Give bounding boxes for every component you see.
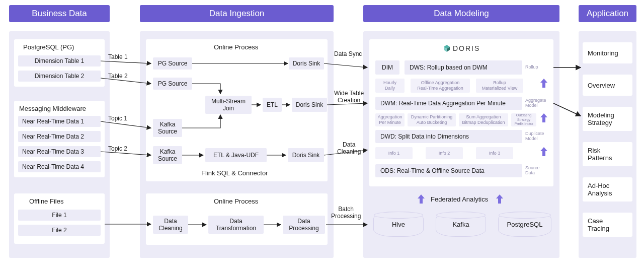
- ods-side: Source Data: [525, 165, 540, 176]
- pill-dwd: DWD: Split Data into Dimensions: [375, 130, 522, 143]
- pill-row1-b: Offline Aggregation Real-Time Aggregatio…: [411, 79, 470, 93]
- pill-nrt2: Near Real-Time Data 2: [18, 131, 101, 142]
- pill-row2-b: Dynamic Partitioning Auto Bucketing: [408, 113, 456, 126]
- pill-doris-sink-3: Doris Sink: [288, 148, 324, 162]
- federated-label: Federated Analytics: [431, 195, 488, 204]
- up-arrow-fed-left: [418, 194, 425, 204]
- cyl-postgres: PostgreSQL: [498, 212, 551, 237]
- cyl-hive-label: Hive: [392, 221, 405, 228]
- label-table2: Table 2: [108, 73, 128, 80]
- group-pg: PostgreSQL (PG) Dimension Table 1 Dimens…: [14, 39, 105, 87]
- offline-process-title: Online Process: [214, 197, 258, 205]
- pill-ods: ODS: Real-Time & Offline Source Data: [375, 164, 522, 177]
- label-table1: Table 1: [108, 53, 128, 60]
- label-data-sync: Data Sync: [334, 50, 362, 57]
- cyl-postgres-label: PostgreSQL: [507, 221, 543, 228]
- label-wide-table: Wide Table Creation: [334, 90, 364, 104]
- pill-etl: ETL: [263, 98, 282, 112]
- offline-title: Offline Files: [29, 197, 63, 205]
- label-batch-processing: Batch Processing: [331, 206, 361, 220]
- pill-doris-sink-1: Doris Sink: [289, 57, 324, 70]
- pill-dws: DWS: Rollup based on DWM: [405, 60, 522, 75]
- app-case-tracing: Case Tracing: [583, 213, 632, 237]
- up-arrow-3: [540, 147, 547, 156]
- header-business: Business Data: [9, 5, 110, 22]
- label-data-cleaning: Data Cleaning: [337, 141, 361, 156]
- group-mm: Messaging Middleware Near Real-Time Data…: [14, 101, 105, 177]
- pill-nrt4: Near Real-Time Data 4: [18, 161, 101, 172]
- pill-kafka-source-2: Kafka Source: [153, 146, 182, 164]
- dwd-side: Duplicate Model: [525, 131, 544, 142]
- pill-nrt1: Near Real-Time Data 1: [18, 116, 101, 127]
- header-modeling: Data Modeling: [363, 5, 559, 22]
- app-adhoc: Ad-Hoc Analysis: [583, 177, 632, 202]
- label-topic2: Topic 2: [108, 145, 127, 152]
- pill-doris-sink-2: Doris Sink: [292, 98, 327, 112]
- pill-row3-c: Info 3: [476, 147, 513, 159]
- doris-text: DORIS: [453, 44, 480, 52]
- pg-title: PostgreSQL (PG): [23, 43, 74, 51]
- doris-logo: DORIS: [443, 44, 480, 52]
- cyl-hive: Hive: [373, 212, 424, 237]
- flink-footer: Flink SQL & Connector: [201, 169, 268, 177]
- label-topic1: Topic 1: [108, 115, 127, 122]
- online-title: Online Process: [214, 43, 258, 51]
- cyl-kafka-label: Kafka: [452, 221, 469, 228]
- group-online-process: Online Process PG Source PG Source Kafka…: [146, 39, 328, 181]
- dws-side: Rollup: [525, 64, 538, 70]
- pill-row3-a: Info 1: [375, 147, 413, 159]
- mm-title: Messaging Middleware: [19, 105, 86, 112]
- pill-file2: File 2: [18, 225, 101, 236]
- pill-dim1: Dimension Table 1: [18, 55, 101, 66]
- pill-dim: DIM: [375, 60, 399, 75]
- up-arrow-2: [540, 113, 547, 122]
- pill-file1: File 1: [18, 210, 101, 221]
- pill-row1-c: Rollup Materialized View: [476, 79, 523, 93]
- app-monitoring: Monitoring: [583, 42, 632, 63]
- app-overview: Overview: [583, 75, 632, 96]
- pill-data-processing: Data Processing: [283, 216, 325, 234]
- pill-pg-source-1: PG Source: [153, 57, 192, 70]
- up-arrow-1: [540, 79, 547, 88]
- pill-multi-stream: Multi-Stream Join: [205, 96, 252, 114]
- pill-data-cleaning: Data Cleaning: [153, 216, 188, 234]
- pill-dwm: DWM: Real-Time Data Aggregation Per Minu…: [375, 97, 522, 110]
- group-offline: Offline Files File 1 File 2: [14, 193, 105, 244]
- header-application: Application: [579, 5, 636, 22]
- pill-nrt3: Near Real-Time Data 3: [18, 146, 101, 157]
- up-arrow-fed-right: [496, 194, 503, 204]
- pill-row2-a: Aggregation Per Minute: [375, 113, 405, 126]
- pill-data-transformation: Data Transformation: [208, 216, 264, 234]
- pill-row1-a: Hourly Daily: [375, 79, 405, 93]
- dwm-side: Aggregate Model: [525, 98, 546, 108]
- pill-kafka-source-1: Kafka Source: [153, 119, 182, 137]
- header-ingestion: Data Ingestion: [140, 5, 334, 22]
- pill-row2-c: Sum Aggregation Bitmap Deduplication: [459, 113, 508, 126]
- group-offline-process: Online Process Data Cleaning Data Transf…: [146, 193, 328, 245]
- pill-row2-d: Outdating Strategy Prefix Index: [511, 113, 536, 126]
- pill-dim2: Dimension Table 2: [18, 71, 101, 82]
- pill-row3-b: Info 2: [426, 147, 463, 159]
- app-risk-patterns: Risk Patterns: [583, 142, 632, 166]
- pill-etl-udf: ETL & Java-UDF: [205, 148, 267, 162]
- cyl-kafka: Kafka: [436, 212, 486, 237]
- app-modeling-strategy: Modeling Strategy: [583, 107, 632, 131]
- pill-pg-source-2: PG Source: [153, 78, 192, 90]
